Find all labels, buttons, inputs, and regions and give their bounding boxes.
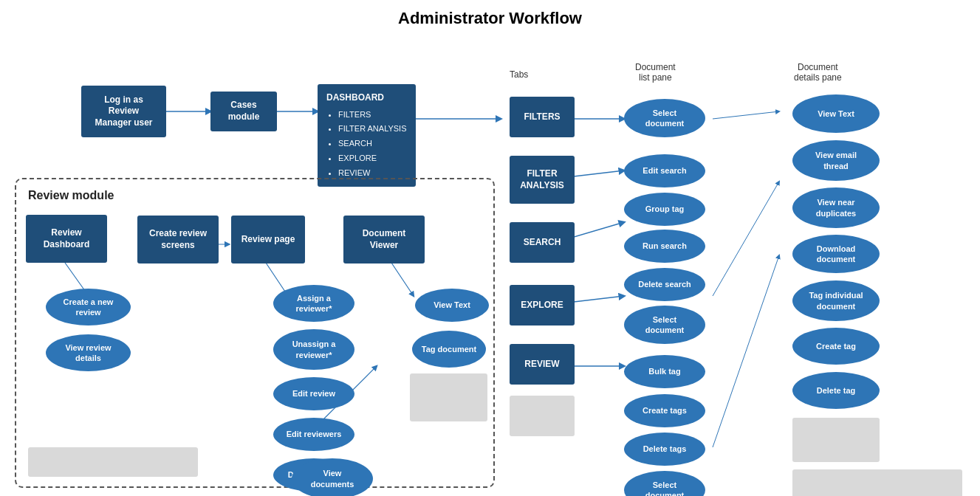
edit-search-oval: Edit search — [624, 154, 705, 187]
tab-review[interactable]: REVIEW — [510, 344, 575, 385]
delete-tags-oval: Delete tags — [624, 433, 705, 466]
view-review-details-oval: View reviewdetails — [46, 334, 131, 371]
login-box: Log in as Review Manager user — [81, 86, 166, 137]
tab-filter-analysis[interactable]: FILTER ANALYSIS — [510, 156, 575, 204]
svg-line-8 — [713, 111, 779, 119]
cases-module-box: Cases module — [210, 92, 277, 131]
document-viewer-box: Document Viewer — [343, 216, 425, 264]
select-doc-filters-oval: Selectdocument — [624, 99, 705, 137]
tab-filters[interactable]: FILTERS — [510, 97, 575, 137]
edit-reviewers-oval: Edit reviewers — [273, 418, 354, 451]
create-new-review-oval: Create a newreview — [46, 289, 131, 326]
tabs-section-label: Tabs — [510, 69, 528, 80]
view-documents-oval-real: Viewdocuments — [292, 458, 373, 496]
svg-line-10 — [713, 255, 779, 447]
run-search-oval: Run search — [624, 230, 705, 263]
select-doc-review-oval: Selectdocument — [624, 471, 705, 496]
group-tag-oval: Group tag — [624, 193, 705, 226]
bottom-right-gray-box — [792, 469, 962, 496]
create-tags-oval: Create tags — [624, 394, 705, 427]
doc-details-section-label: Document details pane — [794, 62, 842, 83]
delete-tag-oval: Delete tag — [792, 372, 880, 409]
download-document-oval: Downloaddocument — [792, 235, 880, 273]
review-module-gray-box — [28, 447, 198, 477]
view-near-duplicates-oval: View nearduplicates — [792, 187, 880, 228]
bulk-tag-oval: Bulk tag — [624, 355, 705, 388]
tag-document-oval: Tag document — [412, 331, 486, 368]
tab-search[interactable]: SEARCH — [510, 222, 575, 263]
select-doc-explore-oval: Selectdocument — [624, 306, 705, 344]
view-email-thread-oval: View emailthread — [792, 140, 880, 181]
review-page-box: Review page — [231, 216, 305, 264]
view-text-inner-oval: View Text — [415, 289, 489, 322]
tab-explore[interactable]: EXPLORE — [510, 285, 575, 326]
tag-individual-oval: Tag individualdocument — [792, 280, 880, 321]
review-module-title: Review module — [28, 189, 114, 202]
create-tag-oval: Create tag — [792, 328, 880, 365]
create-review-screens-box: Create review screens — [137, 216, 219, 264]
delete-search-oval: Delete search — [624, 268, 705, 301]
doc-list-section-label: Document list pane — [635, 62, 676, 83]
review-dashboard-box: Review Dashboard — [26, 215, 107, 263]
unassign-reviewer-oval: Unassign areviewer* — [273, 329, 354, 370]
doc-details-gray-box-1 — [792, 418, 880, 462]
doc-viewer-gray-box — [410, 373, 487, 421]
page-title: Administrator Workflow — [0, 0, 980, 34]
dashboard-list-box: DASHBOARD FILTERS FILTER ANALYSIS SEARCH… — [318, 84, 416, 187]
svg-line-9 — [713, 182, 779, 296]
edit-review-oval: Edit review — [273, 377, 354, 410]
assign-reviewer-oval: Assign areviewer* — [273, 285, 354, 322]
tabs-gray-box — [510, 396, 575, 436]
view-text-oval: View Text — [792, 94, 880, 133]
